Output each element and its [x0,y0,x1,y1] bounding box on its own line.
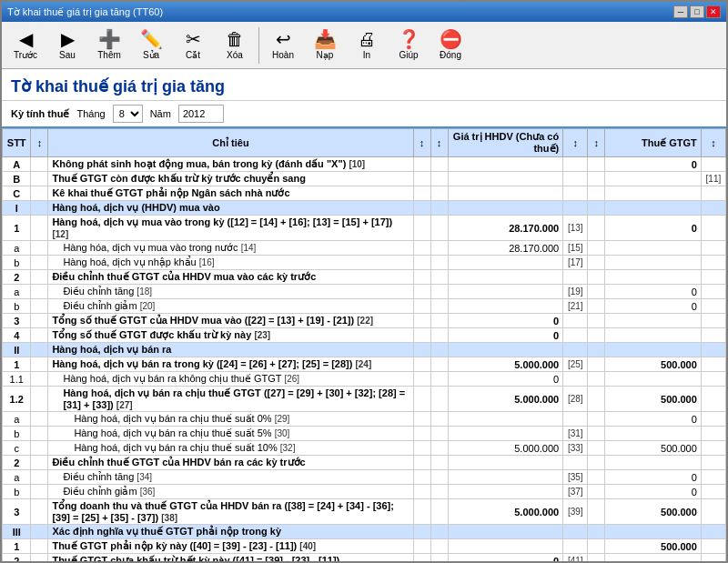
table-row[interactable]: 3 Tổng số thuế GTGT của HHDV mua vào ([2… [3,314,726,328]
toolbar-btn-in[interactable]: 🖨In [347,25,387,66]
table-row[interactable]: b Điều chỉnh giảm [20] [21] 0 [3,299,726,314]
cell-thue: 500.000 [605,357,702,372]
cell-giatri: 0 [448,314,563,328]
cell-chitieu: Hàng hoá, dịch vụ bán ra trong kỳ ([24] … [48,357,413,372]
close-button[interactable]: ✕ [706,5,721,18]
table-row[interactable]: b Hàng hoá, dịch vụ nhập khẩu [16] [17] [3,256,726,270]
table-row[interactable]: 2 Điều chỉnh thuế GTGT của HHDV bán ra c… [3,456,726,470]
hoan-icon: ↩ [276,30,291,48]
cell-giatri [448,485,563,499]
toolbar-btn-nap[interactable]: 📥Nạp [305,25,345,66]
cell-ref-right1 [563,328,588,343]
table-row[interactable]: II Hàng hoá, dịch vụ bán ra [3,343,726,357]
xoa-icon: 🗑 [226,30,244,48]
in-icon: 🖨 [358,30,376,48]
cell-ref-left2 [413,285,430,299]
cell-ref-left1 [31,256,48,270]
cell-ref-right3 [701,157,725,172]
table-container[interactable]: STT ↕ Chỉ tiêu ↕ ↕ Giá trị HHDV (Chưa có… [2,128,726,561]
cell-giatri [448,456,563,470]
cell-stt: b [3,256,31,270]
toolbar-btn-truoc[interactable]: ◀Trước [5,25,46,66]
sua-label: Sửa [143,50,159,60]
cell-ref-right2 [588,387,605,412]
cell-ref-right2 [588,256,605,270]
giup-icon: ❓ [398,30,420,48]
toolbar-btn-xoa[interactable]: 🗑Xóa [215,25,255,66]
cell-ref-left3 [430,412,448,427]
cell-stt: b [3,485,31,499]
table-row[interactable]: 1.1 Hàng hoá, dịch vụ bán ra không chịu … [3,372,726,387]
table-row[interactable]: 1 Hàng hoá, dịch vụ mua vào trong kỳ ([1… [3,216,726,241]
toolbar-btn-sau[interactable]: ▶Sau [47,25,87,66]
table-row[interactable]: a Điều chỉnh tăng [34] [35] 0 [3,470,726,485]
table-row[interactable]: C Kê khai thuế GTGT phải nộp Ngân sách n… [3,186,726,201]
table-row[interactable]: 3 Tổng doanh thu và thuế GTGT của HHDV b… [3,499,726,525]
table-row[interactable]: 4 Tổng số thuế GTGT được khấu trừ kỳ này… [3,328,726,343]
table-row[interactable]: b Điều chỉnh giảm [36] [37] 0 [3,485,726,499]
cell-stt: a [3,241,31,256]
table-row[interactable]: b Hàng hoá, dịch vụ bán ra chịu thuế suấ… [3,427,726,441]
cell-ref-left1 [31,299,48,314]
cell-ref-right3 [701,314,725,328]
cell-giatri: 28.170.000 [448,216,563,241]
cell-ref-left3 [430,525,448,539]
table-row[interactable]: I Hàng hoá, dịch vụ (HHDV) mua vào [3,201,726,216]
table-row[interactable]: a Điều chỉnh tăng [18] [19] 0 [3,285,726,299]
data-table: STT ↕ Chỉ tiêu ↕ ↕ Giá trị HHDV (Chưa có… [2,128,726,561]
table-row[interactable]: III Xác định nghĩa vụ thuế GTGT phải nộp… [3,525,726,539]
cell-ref-left3 [430,470,448,485]
table-row[interactable]: 1 Thuế GTGT phải nộp kỳ này ([40] = [39]… [3,539,726,554]
cell-chitieu: Thuế GTGT còn được khấu trừ kỳ trước chu… [48,172,413,186]
table-row[interactable]: a Hàng hoá, dịch vụ bán ra chịu thuế suấ… [3,412,726,427]
table-row[interactable]: a Hàng hóa, dịch vụ mua vào trong nước [… [3,241,726,256]
cell-ref-right1 [563,343,588,357]
cell-ref-right2 [588,172,605,186]
cell-ref-right1 [563,270,588,285]
cell-ref-right3 [701,525,725,539]
page-title: Tờ khai thuế giá trị gia tăng [2,69,726,101]
toolbar-btn-them[interactable]: ➕Thêm [89,25,129,66]
thang-select[interactable]: 8 [113,105,143,123]
table-row[interactable]: 1.2 Hàng hoá, dịch vụ bán ra chịu thuế G… [3,387,726,412]
cell-ref-right2 [588,299,605,314]
toolbar-btn-cat[interactable]: ✂Cắt [173,25,213,66]
table-row[interactable]: A Không phát sinh hoạt động mua, bán tro… [3,157,726,172]
table-row[interactable]: c Hàng hoá, dịch vụ bán ra chịu thuế suấ… [3,441,726,456]
header-ref3: ↕ [563,129,588,157]
cell-ref-right3 [701,357,725,372]
cell-ref-right3 [701,343,725,357]
in-label: In [363,50,370,60]
header-sort1[interactable]: ↕ [31,129,48,157]
table-row[interactable]: B Thuế GTGT còn được khấu trừ kỳ trước c… [3,172,726,186]
cell-ref-left1 [31,554,48,562]
cell-ref-right3 [701,372,725,387]
period-bar: Kỳ tính thuế Tháng 8 Năm [2,101,726,128]
cell-ref-right3: [11] [701,172,725,186]
minimize-button[interactable]: ─ [673,5,688,18]
cell-ref-left3 [430,456,448,470]
toolbar-btn-dong[interactable]: ⛔Đóng [430,25,470,66]
nam-input[interactable] [178,105,224,123]
cell-ref-left2 [413,539,430,554]
cell-ref-right3 [701,485,725,499]
table-row[interactable]: 2 Thuế GTGT chưa khấu trừ hết kỳ này ([4… [3,554,726,562]
toolbar-btn-giup[interactable]: ❓Giúp [389,25,429,66]
maximize-button[interactable]: □ [690,5,704,18]
toolbar-btn-sua[interactable]: ✏️Sửa [131,25,171,66]
cell-ref-left3 [430,241,448,256]
cell-ref-right2 [588,314,605,328]
cat-icon: ✂ [186,30,201,48]
cell-ref-right1: [19] [563,285,588,299]
cell-ref-left3 [430,372,448,387]
cell-ref-left2 [413,372,430,387]
cell-chitieu: Thuế GTGT phải nộp kỳ này ([40] = [39] -… [48,539,413,554]
toolbar-btn-hoan[interactable]: ↩Hoàn [263,25,303,66]
cell-ref-right3 [701,441,725,456]
cell-chitieu: Điều chỉnh giảm [36] [48,485,413,499]
cell-ref-right3 [701,328,725,343]
cell-ref-right1: [35] [563,470,588,485]
table-row[interactable]: 2 Điều chỉnh thuế GTGT của HHDV mua vào … [3,270,726,285]
table-row[interactable]: 1 Hàng hoá, dịch vụ bán ra trong kỳ ([24… [3,357,726,372]
cell-ref-right3 [701,186,725,201]
